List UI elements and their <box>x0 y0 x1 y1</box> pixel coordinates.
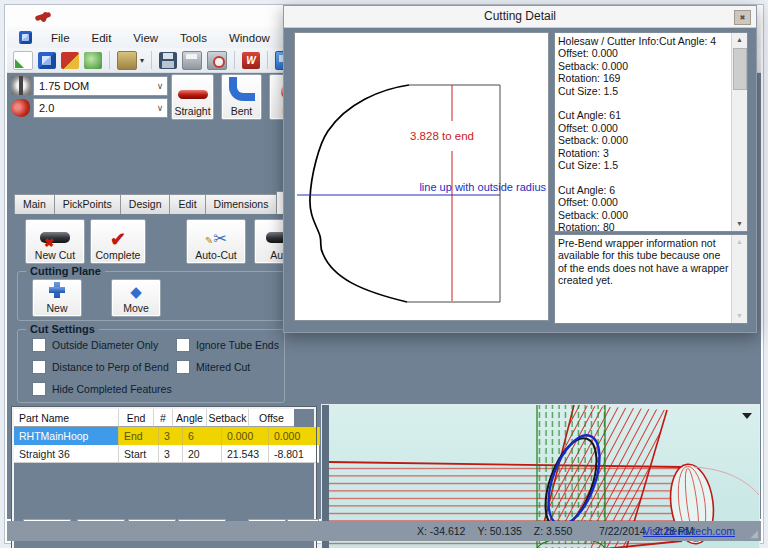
app-icon <box>35 11 55 23</box>
tab-design[interactable]: Design <box>120 194 171 214</box>
scroll-up-icon[interactable]: ▲ <box>732 33 747 47</box>
checkmark-icon: ✔ <box>110 231 126 249</box>
align-label: line up with outside radius <box>419 181 546 193</box>
straight-tube-icon <box>178 90 208 99</box>
checkbox-box[interactable] <box>32 382 46 396</box>
wrapper-info-panel[interactable]: Pre-Bend wrapper information not availab… <box>554 234 748 324</box>
print-icon[interactable] <box>182 51 202 70</box>
cutter-info-text: Holesaw / Cutter Info:Cut Angle: 4 Offse… <box>555 33 732 231</box>
save-icon[interactable] <box>159 52 177 69</box>
tab-edit[interactable]: Edit <box>169 194 205 214</box>
coord-z: Z: 3.550 <box>534 525 573 537</box>
cut-settings-group: Cut Settings Outside Diameter Only Dista… <box>17 329 285 403</box>
resize-grip-icon[interactable]: ◢ <box>750 528 758 539</box>
materials-library-icon[interactable] <box>84 52 102 69</box>
checkbox-mitered-cut[interactable]: Mitered Cut <box>176 360 250 374</box>
tab-pickpoints[interactable]: PickPoints <box>54 194 121 214</box>
tab-main[interactable]: Main <box>14 194 55 214</box>
plus-icon <box>49 282 65 298</box>
table-header-row: Part Name End # Angle Setback Offse <box>14 409 314 427</box>
scrollbar-thumb[interactable] <box>733 48 747 90</box>
checkbox-box[interactable] <box>32 338 46 352</box>
auto-cut-button[interactable]: ✎✂ Auto-Cut <box>186 219 246 264</box>
toolbar-separator <box>109 51 110 69</box>
table-row[interactable]: Straight 36 Start 3 20 21.543 -8.801 <box>14 445 314 463</box>
cursor-coordinates: X: -34.612 Y: 50.135 Z: 3.550 <box>417 525 572 537</box>
toolbar-separator <box>234 51 235 69</box>
wrapper-profile-svg: 3.828 to end line up with outside radius <box>295 33 548 320</box>
menu-file[interactable]: File <box>40 30 81 46</box>
new-file-icon[interactable] <box>13 51 33 70</box>
coord-y: Y: 50.135 <box>477 525 521 537</box>
menu-window[interactable]: Window <box>218 30 281 46</box>
wall-selector[interactable]: 2.0 ∨ <box>33 98 168 118</box>
material-icon <box>11 99 30 117</box>
cutter-info-panel[interactable]: Holesaw / Cutter Info:Cut Angle: 4 Offse… <box>554 32 748 232</box>
bendtech-link[interactable]: Visit bend-tech.com <box>643 525 735 537</box>
col-part-name[interactable]: Part Name <box>14 409 119 427</box>
scissors-icon: ✎✂ <box>205 231 227 249</box>
straight-tube-button[interactable]: Straight <box>171 74 214 120</box>
col-end[interactable]: End <box>119 409 154 427</box>
toolbar-separator <box>267 51 268 69</box>
solidworks-export-icon[interactable]: W <box>242 52 260 69</box>
info-scrollbar[interactable]: ▲ ▼ <box>731 33 747 231</box>
col-setback[interactable]: Setback <box>207 409 249 427</box>
checkbox-hide-completed[interactable]: Hide Completed Features <box>32 382 172 396</box>
col-angle[interactable]: Angle <box>173 409 207 427</box>
dimension-label: 3.828 to end <box>410 130 474 142</box>
cutting-plane-group: Cutting Plane New ◆ Move <box>17 271 285 321</box>
table-row-selected[interactable]: RHTMainHoop End 3 6 0.000 0.000 <box>14 427 314 445</box>
status-bar: X: -34.612 Y: 50.135 Z: 3.550 7/22/2014 … <box>7 521 761 541</box>
checkbox-distance-to-perp[interactable]: Distance to Perp of Bend <box>32 360 169 374</box>
scroll-down-icon[interactable]: ▼ <box>732 217 747 231</box>
cutting-detail-dialog: Cutting Detail ✖ 3.828 to end line up wi… <box>283 5 757 333</box>
dialog-titlebar[interactable]: Cutting Detail ✖ <box>284 6 756 28</box>
menu-view[interactable]: View <box>122 30 169 46</box>
print-preview-icon[interactable] <box>207 51 227 70</box>
close-icon[interactable]: ✖ <box>734 10 751 25</box>
new-cut-button[interactable]: ✖ New Cut <box>25 219 85 264</box>
tab-dimensions[interactable]: Dimensions <box>205 194 278 214</box>
checkbox-outside-diameter-only[interactable]: Outside Diameter Only <box>32 338 158 352</box>
chevron-down-icon[interactable]: ∨ <box>153 81 167 91</box>
menu-tools[interactable]: Tools <box>169 30 218 46</box>
bendtech-home-icon[interactable] <box>38 52 56 69</box>
toolbar-separator <box>151 51 152 69</box>
bent-tube-button[interactable]: Bent <box>221 74 262 120</box>
col-offset[interactable]: Offse <box>249 409 294 427</box>
chevron-down-icon[interactable]: ▾ <box>140 56 144 65</box>
cut-profile-drawing: 3.828 to end line up with outside radius <box>294 32 549 321</box>
checkbox-box[interactable] <box>176 360 190 374</box>
complete-button[interactable]: ✔ Complete <box>90 219 146 264</box>
new-plane-button[interactable]: New <box>32 279 82 317</box>
coord-x: X: -34.612 <box>417 525 465 537</box>
move-plane-button[interactable]: ◆ Move <box>111 279 161 317</box>
chevron-down-icon[interactable]: ∨ <box>153 103 167 113</box>
move-icon: ◆ <box>130 284 142 299</box>
bendtech-logo-icon <box>19 31 32 44</box>
dialog-title: Cutting Detail <box>484 9 556 23</box>
dies-library-icon[interactable] <box>61 52 79 69</box>
scroll-up-icon: ▲ <box>732 235 747 249</box>
new-cut-icon: ✖ <box>40 232 70 243</box>
die-icon <box>11 76 31 95</box>
status-date: 7/22/2014 <box>599 525 646 537</box>
bent-tube-icon <box>229 77 255 101</box>
checkbox-ignore-tube-ends[interactable]: Ignore Tube Ends <box>176 338 279 352</box>
checkbox-box[interactable] <box>176 338 190 352</box>
export-icon[interactable] <box>117 51 137 70</box>
scroll-down-icon: ▼ <box>732 309 747 323</box>
wrapper-info-text: Pre-Bend wrapper information not availab… <box>555 235 732 323</box>
die-selector[interactable]: 1.75 DOM ∨ <box>33 76 168 96</box>
col-number[interactable]: # <box>154 409 173 427</box>
checkbox-box[interactable] <box>32 360 46 374</box>
menu-edit[interactable]: Edit <box>81 30 123 46</box>
wrapper-scrollbar: ▲ ▼ <box>731 235 747 323</box>
